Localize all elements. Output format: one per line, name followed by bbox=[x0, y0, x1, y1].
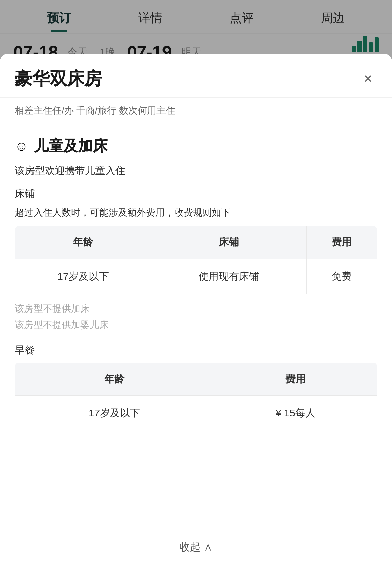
no-baby-bed: 该房型不提供加婴儿床 bbox=[15, 319, 377, 331]
bed-row-cost: 免费 bbox=[306, 259, 377, 294]
modal-footer: 收起 ∧ bbox=[0, 530, 392, 568]
section-header: ☺ 儿童及加床 bbox=[15, 136, 377, 156]
modal-title: 豪华双床房 bbox=[15, 67, 102, 91]
breakfast-label: 早餐 bbox=[15, 343, 377, 357]
section-title: 儿童及加床 bbox=[34, 136, 108, 156]
bed-table-header-cost: 费用 bbox=[306, 226, 377, 259]
breakfast-table: 年龄 费用 17岁及以下 ¥ 15每人 bbox=[15, 362, 377, 431]
children-icon: ☺ bbox=[15, 138, 28, 154]
modal-body: 相差主住任/办 千商/旅行 数次何用主住 ☺ 儿童及加床 该房型欢迎携带儿童入住… bbox=[0, 98, 392, 530]
breakfast-row-cost: ¥ 15每人 bbox=[214, 396, 377, 431]
modal-subtitle: 相差主住任/办 千商/旅行 数次何用主住 bbox=[15, 98, 377, 124]
breakfast-table-header-cost: 费用 bbox=[214, 363, 377, 396]
bed-row-age: 17岁及以下 bbox=[15, 259, 151, 294]
modal-sheet: 豪华双床房 × 相差主住任/办 千商/旅行 数次何用主住 ☺ 儿童及加床 该房型… bbox=[0, 54, 392, 568]
bed-table: 年龄 床铺 费用 17岁及以下 使用现有床铺 免费 bbox=[15, 226, 377, 294]
table-row: 17岁及以下 使用现有床铺 免费 bbox=[15, 259, 377, 294]
bed-label: 床铺 bbox=[15, 187, 377, 201]
policy-text: 超过入住人数时，可能涉及额外费用，收费规则如下 bbox=[15, 206, 377, 219]
collapse-button[interactable]: 收起 ∧ bbox=[179, 540, 213, 555]
modal-header: 豪华双床房 × bbox=[0, 54, 392, 98]
no-extra-bed: 该房型不提供加床 bbox=[15, 302, 377, 315]
breakfast-row-age: 17岁及以下 bbox=[15, 396, 214, 431]
close-button[interactable]: × bbox=[358, 69, 377, 88]
breakfast-table-header-age: 年龄 bbox=[15, 363, 214, 396]
table-row: 17岁及以下 ¥ 15每人 bbox=[15, 396, 377, 431]
bed-row-bed: 使用现有床铺 bbox=[151, 259, 306, 294]
section-desc: 该房型欢迎携带儿童入住 bbox=[15, 164, 377, 178]
bed-table-header-age: 年龄 bbox=[15, 226, 151, 259]
children-section: ☺ 儿童及加床 该房型欢迎携带儿童入住 床铺 超过入住人数时，可能涉及额外费用，… bbox=[15, 124, 377, 431]
bed-table-header-bed: 床铺 bbox=[151, 226, 306, 259]
